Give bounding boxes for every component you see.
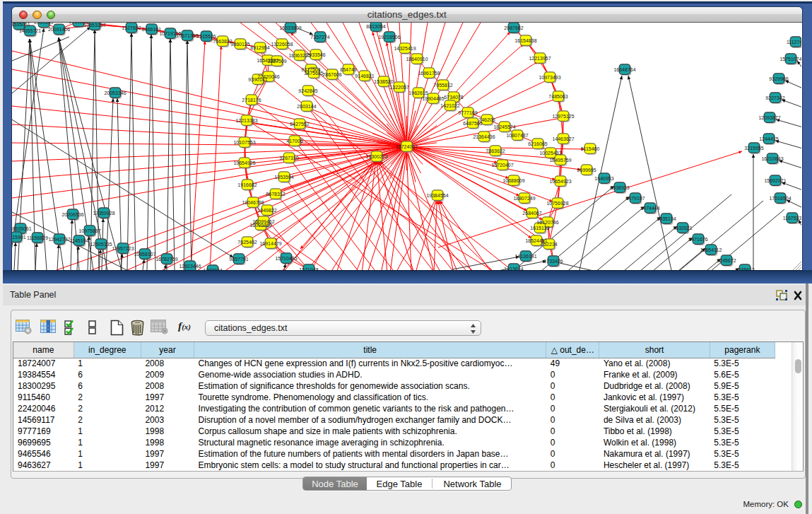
svg-text:746206: 746206: [478, 117, 495, 122]
svg-text:18807249: 18807249: [513, 196, 535, 201]
svg-text:8466161: 8466161: [142, 27, 161, 32]
svg-text:12213383: 12213383: [235, 118, 257, 123]
svg-text:18535061: 18535061: [12, 23, 30, 27]
svg-text:10653257: 10653257: [83, 23, 105, 28]
svg-text:18724007: 18724007: [396, 144, 418, 149]
svg-text:1244415: 1244415: [759, 136, 778, 141]
svg-text:7955812: 7955812: [433, 83, 452, 88]
svg-text:252234: 252234: [541, 242, 557, 247]
svg-text:9245672: 9245672: [717, 258, 736, 263]
svg-text:14136141: 14136141: [514, 254, 536, 259]
svg-text:9329966: 9329966: [769, 76, 788, 81]
svg-text:7863622: 7863622: [486, 148, 505, 153]
svg-text:12942737: 12942737: [48, 237, 70, 242]
svg-text:8813054: 8813054: [366, 24, 385, 29]
svg-text:22420046: 22420046: [257, 74, 279, 79]
svg-text:10975887: 10975887: [78, 228, 100, 233]
svg-text:12975125: 12975125: [552, 114, 574, 119]
svg-text:14055721: 14055721: [19, 28, 41, 33]
svg-text:6479197: 6479197: [625, 196, 645, 201]
svg-text:7663822: 7663822: [213, 39, 232, 44]
svg-text:16099462: 16099462: [252, 219, 274, 224]
svg-text:1640953: 1640953: [594, 176, 613, 181]
svg-text:2718176: 2718176: [242, 98, 261, 103]
svg-text:10973493: 10973493: [539, 75, 560, 80]
svg-text:12923446: 12923446: [179, 264, 201, 269]
svg-text:1112748: 1112748: [787, 40, 801, 45]
svg-text:20053346: 20053346: [104, 90, 126, 95]
svg-text:16961758: 16961758: [418, 71, 440, 76]
svg-text:16033809: 16033809: [279, 25, 301, 30]
svg-text:12505135: 12505135: [90, 242, 112, 247]
svg-text:13300273: 13300273: [365, 154, 387, 159]
svg-text:1292344: 1292344: [203, 268, 222, 271]
svg-text:1733426: 1733426: [543, 259, 563, 264]
svg-text:15692971: 15692971: [764, 178, 786, 183]
svg-text:6216065: 6216065: [528, 141, 547, 146]
svg-text:9474444: 9474444: [640, 206, 659, 211]
svg-text:14463627: 14463627: [552, 136, 574, 141]
svg-text:9227342: 9227342: [765, 95, 784, 100]
svg-text:15751074: 15751074: [779, 57, 801, 62]
svg-text:10688609: 10688609: [502, 178, 524, 183]
svg-text:16648764: 16648764: [613, 67, 635, 72]
svg-text:9857791: 9857791: [229, 257, 248, 262]
svg-text:1322057: 1322057: [389, 85, 408, 90]
svg-text:10654112: 10654112: [700, 247, 722, 252]
svg-text:19654925: 19654925: [233, 160, 255, 165]
svg-text:8938923: 8938923: [610, 185, 629, 190]
svg-text:7625402: 7625402: [237, 240, 257, 245]
svg-text:10671355: 10671355: [176, 33, 198, 38]
svg-text:2087682: 2087682: [504, 25, 523, 30]
svg-text:8912954: 8912954: [250, 45, 269, 50]
svg-text:10958107: 10958107: [134, 252, 155, 257]
svg-text:20091406: 20091406: [48, 27, 70, 32]
svg-text:18245574: 18245574: [493, 124, 515, 129]
svg-text:15710485: 15710485: [275, 256, 297, 261]
svg-text:2803144: 2803144: [297, 104, 316, 109]
svg-text:17016504: 17016504: [769, 196, 791, 201]
svg-text:8678312: 8678312: [266, 192, 285, 197]
svg-text:21364436: 21364436: [473, 134, 495, 139]
svg-text:18535061: 18535061: [12, 226, 32, 231]
svg-text:1167533: 1167533: [783, 216, 801, 221]
svg-text:417006: 417006: [286, 139, 302, 144]
svg-text:1353594: 1353594: [274, 175, 293, 180]
svg-text:2684067: 2684067: [522, 211, 541, 216]
svg-text:14325419: 14325419: [394, 46, 416, 51]
svg-text:16782759: 16782759: [155, 257, 177, 262]
svg-text:18495759: 18495759: [549, 158, 571, 163]
svg-text:1571048: 1571048: [299, 267, 318, 271]
svg-text:12213957: 12213957: [529, 56, 551, 61]
svg-text:19046798: 19046798: [242, 200, 264, 205]
svg-text:19654923: 19654923: [549, 179, 571, 184]
svg-text:2867608: 2867608: [322, 72, 341, 77]
svg-text:1413614: 1413614: [504, 267, 523, 271]
svg-text:7357274: 7357274: [310, 35, 329, 40]
svg-text:2935134: 2935134: [657, 216, 676, 221]
svg-text:17359928: 17359928: [93, 211, 114, 216]
svg-text:9242845: 9242845: [298, 88, 317, 93]
svg-text:10025433: 10025433: [539, 151, 561, 156]
svg-text:1145194: 1145194: [70, 238, 89, 243]
svg-text:1949822: 1949822: [257, 208, 276, 213]
svg-text:13226058: 13226058: [271, 42, 293, 47]
svg-text:16914479: 16914479: [259, 241, 281, 246]
svg-text:7632621: 7632621: [673, 226, 692, 230]
svg-text:19384554: 19384554: [426, 193, 448, 198]
svg-text:2933546: 2933546: [306, 52, 325, 57]
svg-text:19218506: 19218506: [378, 35, 400, 40]
svg-text:6734078: 6734078: [444, 95, 463, 100]
svg-text:18640910: 18640910: [406, 57, 428, 62]
svg-text:11156829: 11156829: [27, 235, 48, 240]
svg-text:1527602: 1527602: [122, 25, 141, 30]
svg-text:3215955: 3215955: [744, 146, 763, 151]
svg-text:16120746: 16120746: [536, 220, 558, 225]
svg-text:9860125: 9860125: [230, 42, 249, 47]
svg-text:17957223: 17957223: [112, 246, 134, 251]
svg-text:16210643: 16210643: [761, 156, 783, 161]
svg-text:10756928: 10756928: [546, 201, 568, 206]
svg-text:854749: 854749: [340, 67, 356, 72]
svg-text:16154838: 16154838: [514, 38, 536, 43]
svg-text:7515526: 7515526: [196, 34, 216, 39]
